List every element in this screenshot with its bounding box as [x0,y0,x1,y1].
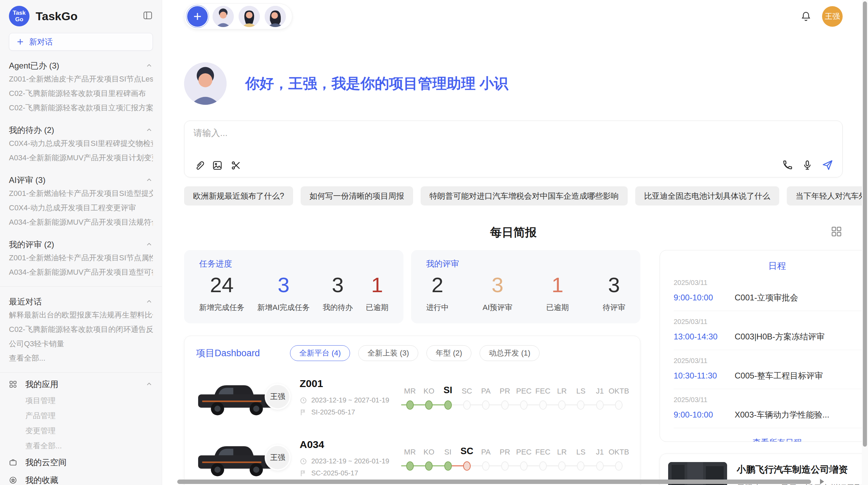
schedule-event: C005-整车工程目标评审 [735,370,859,381]
member-avatar[interactable] [265,6,286,27]
milestone-dot [482,461,490,471]
user-avatar[interactable]: 王强 [822,6,843,27]
scroll-right-arrow-icon[interactable] [820,479,824,484]
sidebar-item-product-mgmt[interactable]: 产品管理 [9,408,153,423]
view-all-schedule-link[interactable]: 查看所有日程 [674,428,868,442]
dashboard-header: 项目Dashboard 全新平台 (4) 全新上装 (3) 年型 (2) 动总开… [196,345,628,361]
list-item[interactable]: A034-全新新能源MUV产品开发项目计划变更表编写 [9,151,153,165]
list-item[interactable]: 解释最新出台的欧盟报废车法规再生塑料比例被调至15%... [9,308,153,322]
tab-powertrain[interactable]: 动总开发 (1) [480,345,540,361]
milestone-dot [596,400,604,410]
microphone-icon[interactable] [802,160,813,171]
sidebar-section-my-review: 我的评审 (2) Z001-全新燃油轻卡产品开发项目SI节点属性5D文件评审 A… [9,238,153,279]
plus-icon [16,38,24,46]
section-header[interactable]: AI评审 (3) [9,174,153,186]
tab-model-year[interactable]: 年型 (2) [426,345,471,361]
milestone-label: OKTB [609,444,628,457]
milestone-label: KO [419,444,438,457]
milestone-label: J1 [590,444,609,457]
layout-grid-icon[interactable] [830,225,843,239]
briefing-left-column: 任务进度 24 新增完成任务 3 新增AI完成任务 3 [184,250,640,485]
list-item[interactable]: 公司Q3轻卡销量 [9,337,153,351]
milestone-dot [539,400,547,410]
schedule-event: C003|H0B-方案冻结评审 [735,331,859,342]
schedule-event: X003-车辆动力学性能验... [735,409,859,420]
sidebar: Task Go TaskGo 新对话 Agent已办 (3) Z001-全新燃油… [0,0,162,485]
chevron-up-icon [145,241,153,248]
vertical-scrollbar[interactable] [862,0,868,485]
list-item[interactable]: C0X4-动力总成开发项目工程变更评审 [9,201,153,215]
topbar: 王强 [184,3,843,29]
section-header[interactable]: 我的评审 (2) [9,238,153,251]
sidebar-item-cloud-space[interactable]: 我的云空间 [9,453,153,471]
phone-icon[interactable] [782,160,793,171]
list-item[interactable]: C02-飞腾新能源轻客改款项目的闭环通告反馈情况 [9,322,153,337]
plus-icon [192,11,203,22]
collapse-sidebar-icon[interactable] [143,10,153,22]
notifications-bell-icon[interactable] [800,11,812,22]
list-item[interactable]: C0X4-动力总成开发项目SI里程碑提交物检查 [9,136,153,151]
milestone-dot [615,461,623,471]
member-avatar[interactable] [239,6,260,27]
view-all-link[interactable]: 查看全部... [9,351,153,365]
vertical-scrollbar-thumb[interactable] [863,1,867,447]
stat-value: 3 [257,273,310,297]
scissors-icon[interactable] [230,160,241,171]
project-info: Z001 2023-12-19 ~ 2027-01-19 SI-2025-05-… [300,378,391,416]
milestone-label: PR [495,444,514,457]
stat-label: 已逾期 [366,302,388,313]
attachment-icon[interactable] [193,160,204,171]
list-item[interactable]: Z001-全新燃油轻卡产品开发项目SI节点属性5D文件评审 [9,251,153,265]
clock-icon [300,458,307,465]
list-item[interactable]: C02-飞腾新能源轻客改款项目立项汇报方案 [9,101,153,115]
list-item[interactable]: A034-全新新能源MUV产品开发项目造型可行性评审 [9,265,153,279]
sidebar-item-change-mgmt[interactable]: 变更管理 [9,423,153,438]
suggestion-chip[interactable]: 特朗普可能对进口汽车增税会对中国车企造成哪些影响 [421,186,628,206]
stat: 3 我的待办 [323,273,353,313]
member-avatar[interactable] [213,6,234,27]
list-item[interactable]: Z001-全新燃油轻卡产品开发项目SI造型提交物评审 [9,186,153,201]
sidebar-item-favorites[interactable]: 我的收藏 [9,471,153,485]
add-member-button[interactable] [187,6,208,27]
new-chat-button[interactable]: 新对话 [9,33,153,51]
tab-new-platform[interactable]: 全新平台 (4) [290,345,350,361]
suggestion-chip[interactable]: 当下年轻人对汽车外观有怎样的喜好趋势 [787,186,868,206]
project-row[interactable]: 王强 Z001 2023-12-19 ~ 2027-01-19 SI-2025-… [196,372,628,422]
image-icon[interactable] [212,160,223,171]
daily-briefing-title: 每日简报 [184,225,843,240]
milestone-label: PA [477,383,495,396]
send-icon[interactable] [822,159,833,171]
section-header[interactable]: Agent已办 (3) [9,60,153,72]
suggestion-chip[interactable]: 如何写一份清晰的项目周报 [301,186,413,206]
sidebar-item-project-mgmt[interactable]: 项目管理 [9,393,153,408]
chat-input[interactable] [193,128,833,138]
app-logo-top: Task [13,10,26,16]
schedule-entry: 2025/03/11 10:30-11:30 C005-整车工程目标评审 加入 [674,350,868,389]
milestone-dot [520,400,528,410]
milestone-dot [615,400,623,410]
list-item[interactable]: A034-全新新能源MUV产品开发项目法规符合性评审 [9,215,153,229]
input-tools-left [193,160,241,171]
topbar-right: 王强 [800,6,843,27]
tab-new-body[interactable]: 全新上装 (3) [358,345,418,361]
schedule-line: 13:00-14:30 C003|H0B-方案冻结评审 加入 [674,331,868,342]
sidebar-item-my-apps[interactable]: 我的应用 [9,375,153,393]
horizontal-scrollbar-thumb[interactable] [177,480,811,484]
my-review-card: 我的评审 2 进行中 3 AI预评审 1 [411,250,640,323]
chat-input-card [184,121,843,177]
list-item[interactable]: Z001-全新燃油皮卡产品开发项目SI节点Lesson Learn报告 [9,72,153,86]
suggestion-chips: 欧洲新规最近颁布了什么? 如何写一份清晰的项目周报 特朗普可能对进口汽车增税会对… [184,186,843,206]
project-dates: 2023-12-19 ~ 2026-01-19 [300,457,391,465]
suggestion-chip[interactable]: 欧洲新规最近颁布了什么? [184,186,293,206]
milestone-dot-done [406,400,414,410]
project-row[interactable]: 王强 A034 2023-12-19 ~ 2026-01-19 SC-2025-… [196,433,628,483]
suggestion-chip[interactable]: 比亚迪全固态电池计划具体说了什么 [635,186,779,206]
section-header[interactable]: 最近对话 [9,296,153,308]
stat: 3 AI预评审 [483,273,513,313]
scroll-down-arrow-icon[interactable] [828,467,835,472]
section-header[interactable]: 我的待办 (2) [9,124,153,136]
list-item[interactable]: C02-飞腾新能源轻客改款项目里程碑画布 [9,86,153,101]
section-title: AI评审 (3) [9,175,46,186]
taskgo-app: Task Go TaskGo 新对话 Agent已办 (3) Z001-全新燃油… [0,0,868,485]
view-all-link[interactable]: 查看全部... [9,438,153,453]
